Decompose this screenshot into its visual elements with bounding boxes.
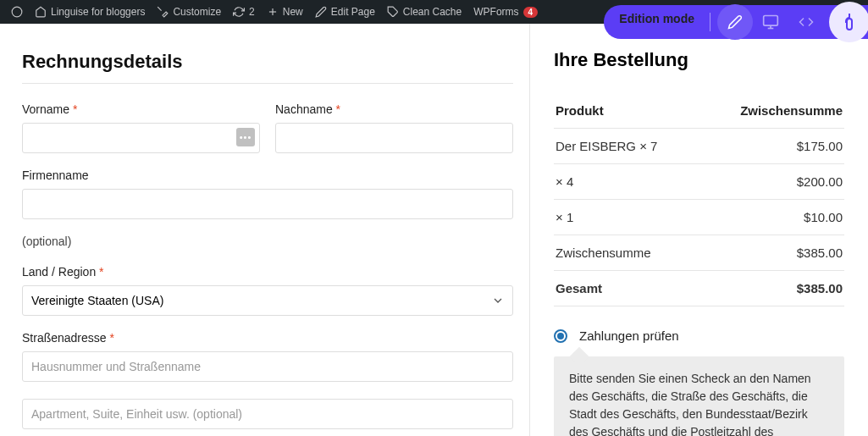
country-select[interactable]: Vereinigte Staaten (USA) [22, 285, 513, 316]
payment-section: Zahlungen prüfen Bitte senden Sie einen … [554, 328, 844, 436]
wpforms[interactable]: WPForms4 [467, 0, 544, 24]
order-table: Produkt Zwischensumme Der EISBERG × 7$17… [554, 93, 844, 306]
payment-check-label: Zahlungen prüfen [579, 328, 679, 343]
refresh-icon [233, 6, 245, 18]
order-item-row: × 4$200.00 [554, 164, 844, 200]
brush-icon [157, 6, 169, 18]
code-button[interactable] [788, 4, 824, 40]
billing-title: Rechnungsdetails [22, 51, 513, 73]
edit-page[interactable]: Edit Page [309, 0, 381, 24]
payment-check-desc: Bitte senden Sie einen Scheck an den Nam… [554, 356, 844, 436]
order-summary: Ihre Bestellung Produkt Zwischensumme De… [529, 24, 868, 436]
customize[interactable]: Customize [151, 0, 227, 24]
payment-check-option[interactable]: Zahlungen prüfen [554, 328, 844, 343]
company-input[interactable] [22, 189, 513, 219]
edition-mode-label: Edition mode [619, 12, 694, 25]
company-label: Firmenname [22, 168, 513, 182]
street1-input[interactable] [22, 351, 513, 382]
order-title: Ihre Bestellung [554, 49, 844, 71]
firstname-input[interactable] [22, 123, 260, 153]
divider [22, 83, 513, 84]
svg-rect-3 [764, 16, 778, 26]
edit-mode-button[interactable] [717, 4, 753, 40]
lastname-label: Nachname * [275, 102, 513, 116]
wordpress-icon [11, 6, 23, 18]
col-subtotal: Zwischensumme [699, 93, 844, 129]
order-item-row: × 1$10.00 [554, 200, 844, 235]
site-name[interactable]: Linguise for bloggers [29, 0, 151, 24]
billing-details: Rechnungsdetails Vorname * ••• Nachname … [22, 51, 513, 436]
preview-button[interactable] [753, 4, 788, 40]
order-item-row: Der EISBERG × 7$175.00 [554, 129, 844, 164]
radio-checked-icon[interactable] [554, 329, 567, 343]
street2-input[interactable] [22, 399, 513, 429]
pencil-icon [315, 6, 327, 18]
wp-logo[interactable] [5, 0, 29, 24]
updates[interactable]: 2 [227, 0, 261, 24]
lastname-input[interactable] [275, 123, 513, 153]
new[interactable]: New [261, 0, 309, 24]
company-optional: (optional) [22, 235, 513, 248]
tag-icon [387, 6, 399, 18]
firstname-label: Vorname * [22, 102, 260, 116]
autofill-icon[interactable]: ••• [236, 128, 255, 146]
linguise-toggle[interactable] [829, 2, 868, 42]
clean-cache[interactable]: Clean Cache [381, 0, 467, 24]
col-product: Produkt [554, 93, 699, 129]
divider [710, 13, 710, 31]
wpforms-badge: 4 [523, 7, 539, 18]
plus-icon [267, 6, 279, 18]
svg-point-0 [12, 7, 22, 17]
home-icon [35, 6, 47, 18]
country-label: Land / Region * [22, 265, 513, 279]
street-label: Straßenadresse * [22, 331, 513, 345]
